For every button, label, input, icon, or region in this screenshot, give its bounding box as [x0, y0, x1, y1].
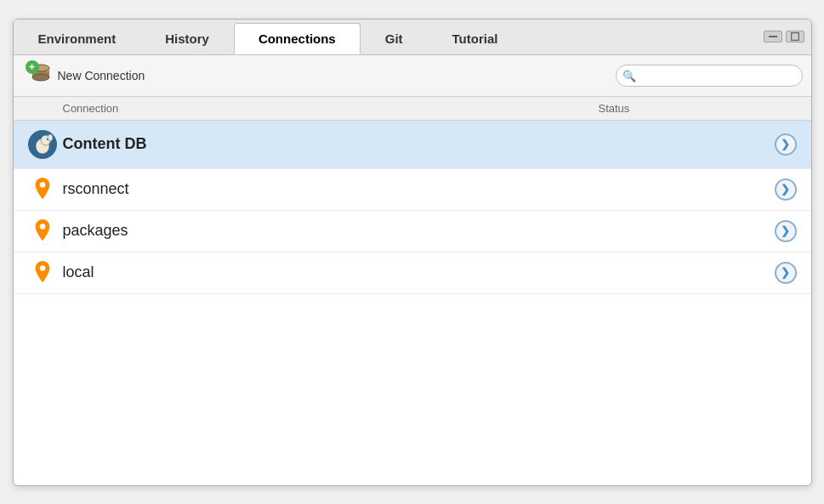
search-wrapper: 🔍 [616, 65, 803, 87]
new-connection-icon: + [29, 64, 53, 88]
svg-point-10 [48, 134, 53, 141]
pin-icon [31, 219, 54, 243]
tab-git[interactable]: Git [361, 23, 428, 54]
header-connection: Connection [63, 102, 599, 115]
svg-point-12 [39, 182, 45, 188]
svg-rect-1 [791, 33, 798, 41]
connection-name: Content DB [63, 135, 599, 153]
connection-row[interactable]: rsconnect ❯ [14, 169, 811, 211]
connection-name: packages [63, 222, 599, 240]
app-window: Environment History Connections Git Tuto… [13, 19, 812, 486]
open-connection-button[interactable]: ❯ [775, 133, 797, 156]
row-action: ❯ [769, 220, 803, 242]
tab-environment[interactable]: Environment [14, 23, 141, 54]
row-icon [22, 129, 63, 160]
search-input[interactable] [616, 65, 803, 87]
new-connection-label: New Connection [58, 69, 145, 82]
row-action: ❯ [769, 178, 803, 201]
row-icon [22, 219, 63, 243]
search-icon: 🔍 [622, 69, 636, 82]
tab-bar: Environment History Connections Git Tuto… [14, 20, 811, 55]
svg-point-11 [47, 139, 48, 140]
connection-row[interactable]: local ❯ [14, 252, 811, 294]
header-status: Status [599, 102, 769, 115]
search-container: 🔍 [616, 65, 803, 87]
minimize-icon [769, 32, 777, 41]
open-connection-button[interactable]: ❯ [775, 262, 797, 284]
connections-list: Content DB ❯ rsconnect ❯ [14, 121, 811, 485]
new-connection-button[interactable]: + New Connection [22, 60, 152, 91]
connection-row[interactable]: packages ❯ [14, 211, 811, 252]
tab-connections[interactable]: Connections [234, 23, 361, 54]
add-icon: + [26, 60, 39, 74]
open-connection-button[interactable]: ❯ [775, 178, 797, 201]
tab-history[interactable]: History [140, 23, 234, 54]
svg-point-13 [39, 224, 45, 229]
minimize-button[interactable] [764, 31, 782, 42]
connection-row[interactable]: Content DB ❯ [14, 121, 811, 169]
connection-name: rsconnect [63, 180, 599, 198]
svg-point-4 [32, 74, 49, 81]
svg-point-14 [39, 265, 45, 271]
postgres-icon [27, 129, 58, 160]
row-action: ❯ [769, 133, 803, 156]
connection-name: local [63, 263, 599, 281]
row-icon [22, 261, 63, 285]
svg-rect-0 [769, 36, 777, 37]
table-header: Connection Status [14, 97, 811, 121]
tab-spacer [522, 23, 763, 54]
maximize-icon [791, 32, 799, 41]
open-connection-button[interactable]: ❯ [775, 220, 797, 242]
pin-icon [31, 178, 54, 201]
maximize-button[interactable] [786, 31, 804, 42]
pin-icon [31, 261, 54, 285]
row-action: ❯ [769, 262, 803, 284]
tab-tutorial[interactable]: Tutorial [428, 23, 523, 54]
toolbar: + New Connection 🔍 [14, 55, 811, 97]
row-icon [22, 178, 63, 201]
window-controls [764, 23, 811, 54]
